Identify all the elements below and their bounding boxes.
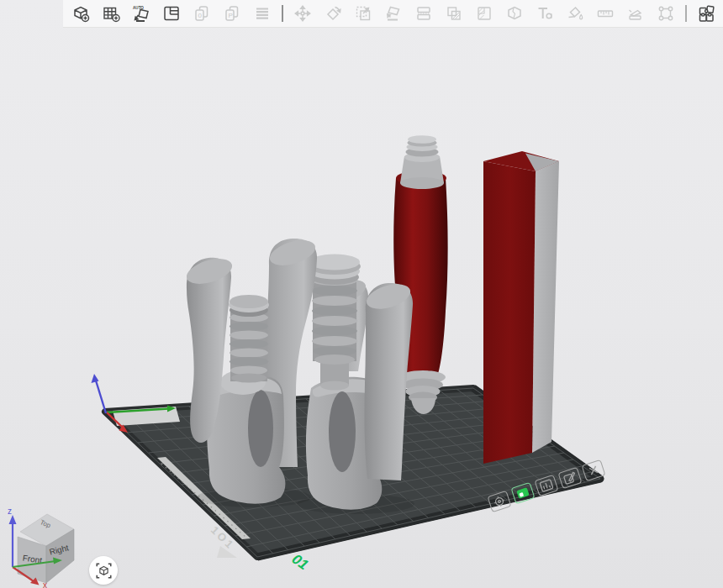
assembly-view-button[interactable] xyxy=(695,3,717,24)
arrange-button[interactable] xyxy=(161,3,182,24)
close-icon xyxy=(586,463,601,478)
clamp-left-screw[interactable] xyxy=(229,295,269,383)
support-painting-button[interactable] xyxy=(625,3,646,24)
seam-painting-icon xyxy=(656,3,676,24)
toolbar-separator xyxy=(685,5,687,22)
split-objects-icon xyxy=(414,3,434,24)
mesh-boolean-button[interactable] xyxy=(504,3,525,24)
svg-text:AUTO: AUTO xyxy=(133,6,144,10)
rotate-button[interactable] xyxy=(322,3,344,24)
rotate-icon xyxy=(323,3,343,24)
split-to-parts-button[interactable] xyxy=(443,3,465,24)
split-to-objects-button[interactable] xyxy=(413,3,435,24)
statistics-icon xyxy=(538,478,555,493)
model-clamp-right[interactable] xyxy=(306,255,414,510)
fit-view-button[interactable] xyxy=(89,556,118,585)
move-button[interactable] xyxy=(292,3,314,24)
copy-object-button[interactable]: 0 xyxy=(191,3,213,24)
move-icon xyxy=(293,3,313,24)
assembly-view-icon xyxy=(696,3,716,24)
add-plate-button[interactable] xyxy=(100,3,122,24)
text-tool-button[interactable] xyxy=(534,3,556,24)
layers-icon xyxy=(252,3,272,24)
handle-cap[interactable] xyxy=(400,135,444,189)
lay-on-face-button[interactable] xyxy=(383,3,404,24)
scale-icon xyxy=(353,3,373,24)
main-toolbar: AUTO 0 P xyxy=(63,0,723,28)
seam-painting-button[interactable] xyxy=(655,3,677,24)
paste-object-button[interactable]: P xyxy=(221,3,243,24)
gear-icon xyxy=(491,493,508,510)
lay-on-face-icon xyxy=(383,3,404,24)
add-plate-icon xyxy=(101,3,121,24)
measure-icon xyxy=(595,3,615,24)
auto-orient-icon: AUTO xyxy=(131,3,151,24)
model-bar[interactable] xyxy=(483,151,559,464)
auto-orient-button[interactable]: AUTO xyxy=(130,3,152,24)
scale-button[interactable] xyxy=(352,3,374,24)
clamp-right-slot xyxy=(329,391,356,472)
mesh-boolean-icon xyxy=(504,3,525,24)
text-tool-icon xyxy=(535,3,555,24)
edit-icon xyxy=(562,470,578,486)
layers-button[interactable] xyxy=(251,3,273,24)
fill-region-icon xyxy=(474,3,494,24)
clamp-left-slot xyxy=(248,390,273,467)
color-painting-button[interactable] xyxy=(564,3,586,24)
z-axis-arrow xyxy=(92,374,99,383)
fit-view-icon xyxy=(96,563,112,579)
svg-text:0: 0 xyxy=(198,12,203,19)
plate-number-label[interactable]: 01 xyxy=(289,551,311,573)
add-object-button[interactable] xyxy=(70,3,92,24)
bar-right-face[interactable] xyxy=(532,161,559,453)
arrange-icon xyxy=(161,3,182,24)
lock-icon xyxy=(515,486,531,501)
nav-cube[interactable]: Front Right Top z x xyxy=(8,507,74,588)
gizmo-x-label: x xyxy=(43,580,47,588)
copy-icon: 0 xyxy=(192,3,212,24)
svg-text:P: P xyxy=(229,12,233,19)
bar-front-face[interactable] xyxy=(483,161,536,464)
split-parts-icon xyxy=(444,3,464,24)
toolbar-separator xyxy=(282,5,283,22)
paste-icon: P xyxy=(222,3,242,24)
gizmo-z-label: z xyxy=(8,507,12,516)
measure-button[interactable] xyxy=(594,3,616,24)
viewport-3d[interactable]: 1O1 01 xyxy=(0,0,723,588)
support-painting-icon xyxy=(625,3,646,24)
paint-bucket-icon xyxy=(565,3,585,24)
add-object-icon xyxy=(71,3,91,24)
fill-region-button[interactable] xyxy=(473,3,495,24)
